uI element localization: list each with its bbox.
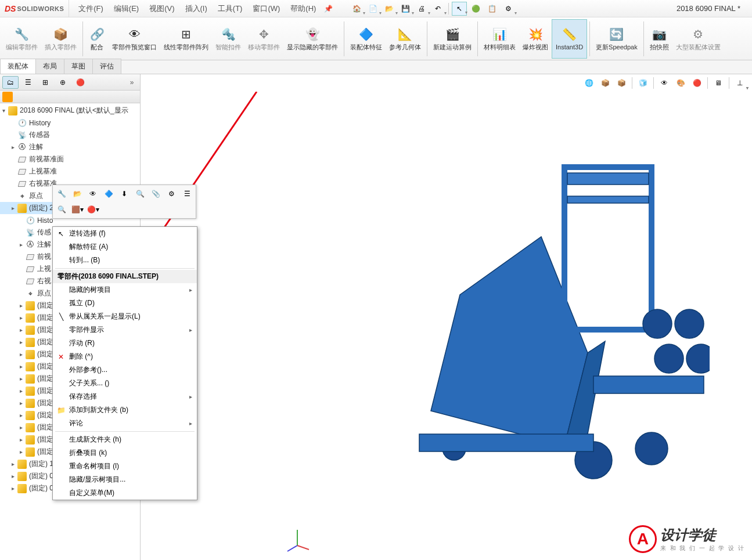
mini-more-icon[interactable]: ☰	[180, 187, 194, 201]
ribbon-speedpak[interactable]: 🔄更新Speedpak	[592, 19, 641, 59]
mini-attach-icon[interactable]: 📎	[149, 187, 163, 201]
print-button[interactable]: 🖨	[414, 2, 429, 16]
tab-assembly[interactable]: 装配体	[0, 59, 36, 74]
ribbon-ref-geometry[interactable]: 📐参考几何体	[386, 19, 424, 59]
ctx-goto[interactable]: 转到... (B)	[53, 254, 197, 267]
open-button[interactable]: 📂	[382, 2, 397, 16]
view-orientation-icon[interactable]: 🧊	[635, 77, 650, 89]
ribbon-pattern[interactable]: ⊞线性零部件阵列	[160, 19, 212, 59]
menu-help[interactable]: 帮助(H)	[286, 1, 321, 16]
view-section-icon[interactable]: 📦	[598, 77, 613, 89]
tree-root[interactable]: ▾ 2018 6090 FINAL (默认<默认_显示	[0, 104, 140, 117]
mini-isolate-icon[interactable]: 🔍	[133, 187, 147, 201]
ribbon-instant3d[interactable]: 📏Instant3D	[552, 19, 587, 59]
ribbon-edit-component[interactable]: 🔧编辑零部件	[2, 19, 41, 59]
tree-item[interactable]: 上视基准	[0, 165, 140, 178]
feature-manager-icon[interactable]: 🗂	[2, 76, 19, 89]
mini-edit-icon[interactable]: 🔧	[55, 187, 69, 201]
annotation-icon: Ⓐ	[17, 143, 27, 152]
mini-hide-icon[interactable]: 👁	[86, 187, 100, 201]
svg-point-12	[635, 432, 668, 465]
ribbon-show-hidden[interactable]: 👻显示隐藏的零部件	[283, 19, 341, 59]
settings-button[interactable]: ⚙	[501, 2, 516, 16]
view-settings-icon[interactable]: 🖥	[711, 77, 726, 89]
viewport[interactable]: 🌐 📦 📦 🧊 👁 🎨 🔴 🖥 ⊥	[141, 74, 752, 560]
view-appearance-icon[interactable]: 🔴	[689, 77, 704, 89]
view-triad-icon[interactable]: ⊥	[732, 77, 747, 89]
mini-transparency-icon[interactable]: 🔷	[102, 187, 116, 201]
ctx-add-folder[interactable]: 📁添加到新文件夹 (b)	[53, 403, 197, 417]
rebuild-button[interactable]: 🟢	[468, 2, 483, 16]
tab-sketch[interactable]: 草图	[64, 59, 93, 74]
new-button[interactable]: 📄	[365, 2, 380, 16]
config-manager-icon[interactable]: ⊞	[37, 76, 53, 89]
ribbon-mate[interactable]: 🔗配合	[85, 19, 109, 59]
ribbon-motion[interactable]: 🎬新建运动算例	[430, 19, 475, 59]
dimexpert-icon[interactable]: ⊕	[55, 76, 71, 89]
mini-config-icon[interactable]: ⚙	[164, 187, 178, 201]
x-icon: ✕	[56, 352, 66, 362]
ctx-component-display[interactable]: 零部件显示▸	[53, 323, 197, 337]
ribbon-large-assembly[interactable]: ⚙大型装配体设置	[672, 19, 724, 59]
separator	[448, 3, 449, 15]
save-button[interactable]: 💾	[398, 2, 413, 16]
tree-item[interactable]: 前视基准面	[0, 153, 140, 165]
ribbon-insert-component[interactable]: 📦插入零部件	[41, 19, 80, 59]
svg-point-10	[686, 344, 710, 373]
menu-edit[interactable]: 编辑(E)	[109, 1, 143, 16]
ctx-comment[interactable]: 评论▸	[53, 417, 197, 430]
ctx-external-ref[interactable]: 外部参考()...	[53, 363, 197, 377]
ctx-delete[interactable]: ✕删除 (^)	[53, 350, 197, 363]
ctx-parent-child[interactable]: 父子关系... ()	[53, 377, 197, 390]
ctx-hidden-tree[interactable]: 隐藏的树项目▸	[53, 283, 197, 297]
ctx-show-dependent[interactable]: ╲带从属关系一起显示(L)	[53, 310, 197, 323]
ctx-isolate[interactable]: 孤立 (D)	[53, 297, 197, 310]
mini-zoom-icon[interactable]: 🔍	[55, 203, 69, 216]
annotation-icon: Ⓐ	[26, 240, 35, 250]
property-manager-icon[interactable]: ☰	[20, 76, 36, 89]
view-earth-icon[interactable]: 🌐	[581, 77, 596, 89]
view-display-icon[interactable]: 👁	[657, 77, 672, 89]
mini-material-icon[interactable]: 🟫▾	[70, 203, 84, 216]
ribbon-move[interactable]: ✥移动零部件	[244, 19, 283, 59]
tab-evaluate[interactable]: 评估	[92, 59, 121, 74]
mini-open-icon[interactable]: 📂	[70, 187, 84, 201]
options-button[interactable]: 📋	[484, 2, 499, 16]
tree-item[interactable]: 🕐 History	[0, 117, 140, 129]
select-button[interactable]: ↖	[452, 2, 467, 16]
view-section2-icon[interactable]: 📦	[614, 77, 629, 89]
tree-item[interactable]: 📡 传感器	[0, 129, 140, 141]
ctx-dissolve[interactable]: 解散特征 (A)	[53, 240, 197, 254]
ribbon-bom[interactable]: 📊材料明细表	[480, 19, 519, 59]
pin-icon[interactable]: 📌	[324, 5, 333, 13]
menu-file[interactable]: 文件(F)	[74, 1, 108, 16]
ribbon-smart-fastener[interactable]: 🔩智能扣件	[212, 19, 244, 59]
ribbon-snapshot[interactable]: 📷拍快照	[646, 19, 672, 59]
mini-suppress-icon[interactable]: ⬇	[117, 187, 131, 201]
menu-view[interactable]: 视图(V)	[145, 1, 179, 16]
home-button[interactable]: 🏠	[349, 2, 364, 16]
ribbon-assembly-feature[interactable]: 🔷装配体特征	[347, 19, 386, 59]
ctx-hide-show-tree[interactable]: 隐藏/显示树项目...	[53, 473, 197, 486]
menu-window[interactable]: 窗口(W)	[248, 1, 285, 16]
ctx-save-selection[interactable]: 保存选择▸	[53, 390, 197, 403]
tree-item[interactable]: ▸ Ⓐ 注解	[0, 141, 140, 153]
menu-tools[interactable]: 工具(T)	[213, 1, 247, 16]
ribbon-preview[interactable]: 👁零部件预览窗口	[109, 19, 160, 59]
tab-layout[interactable]: 布局	[35, 59, 64, 74]
breadcrumb	[0, 91, 140, 103]
svg-line-17	[287, 545, 297, 551]
ctx-customize[interactable]: 自定义菜单(M)	[53, 486, 197, 500]
ctx-invert-selection[interactable]: ↖逆转选择 (f)	[53, 227, 197, 240]
ribbon-explode[interactable]: 💥爆炸视图	[519, 19, 552, 59]
menu-insert[interactable]: 插入(I)	[181, 1, 212, 16]
expand-icon[interactable]: »	[126, 77, 138, 88]
view-scene-icon[interactable]: 🎨	[673, 77, 688, 89]
ctx-new-folder[interactable]: 生成新文件夹 (h)	[53, 433, 197, 446]
ctx-rename[interactable]: 重命名树项目 (l)	[53, 460, 197, 473]
ctx-float[interactable]: 浮动 (R)	[53, 337, 197, 350]
ctx-collapse[interactable]: 折叠项目 (k)	[53, 446, 197, 460]
display-manager-icon[interactable]: 🔴	[72, 76, 88, 89]
undo-button[interactable]: ↶	[430, 2, 445, 16]
mini-appearance-icon[interactable]: 🔴▾	[86, 203, 100, 216]
